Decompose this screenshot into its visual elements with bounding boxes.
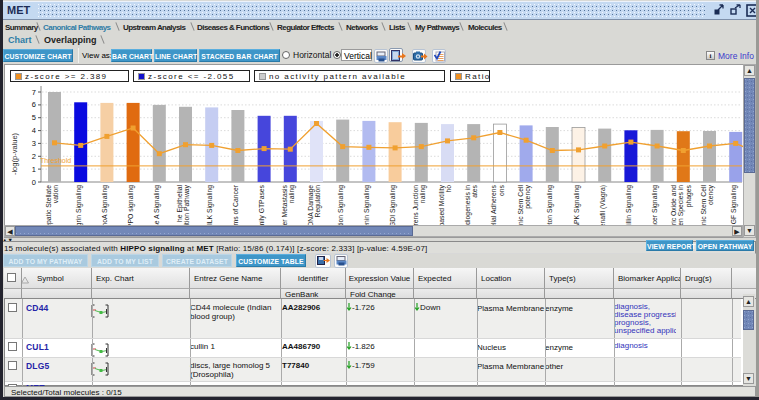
- svg-text:4: 4: [32, 126, 36, 135]
- svg-text:ncer Metastasis: ncer Metastasis: [281, 184, 288, 227]
- svg-text:HIPPO signaling: HIPPO signaling: [127, 185, 135, 227]
- svg-text:3: 3: [32, 139, 36, 148]
- svg-text:RhoA Signaling: RhoA Signaling: [101, 185, 109, 227]
- svg-text:helial Adherens: helial Adherens: [490, 184, 497, 227]
- svg-text:ons: ons: [498, 184, 505, 196]
- svg-text:denafil (Viagra): denafil (Viagra): [599, 185, 607, 227]
- svg-text:MAPK Signaling: MAPK Signaling: [573, 185, 581, 227]
- svg-text:nisms of Cancer: nisms of Cancer: [232, 184, 239, 227]
- svg-text:naling: naling: [419, 185, 427, 203]
- svg-text:nsition Pathway: nsition Pathway: [183, 184, 191, 227]
- svg-text:erens Junction: erens Junction: [412, 185, 419, 227]
- svg-text:phages: phages: [685, 184, 693, 207]
- svg-text:hoGDI Signaling: hoGDI Signaling: [389, 185, 397, 227]
- svg-text:6: 6: [32, 100, 36, 109]
- svg-text:0: 0: [32, 178, 36, 187]
- svg-text:itric Oxide and: itric Oxide and: [670, 185, 677, 227]
- svg-text:ction Signaling: ction Signaling: [337, 185, 345, 227]
- svg-text:otency: otency: [707, 184, 715, 205]
- svg-text:2: 2: [32, 152, 36, 161]
- svg-text:-log(p-value): -log(p-value): [10, 132, 19, 175]
- svg-text:eleton Signaling: eleton Signaling: [546, 185, 554, 227]
- svg-text:HGF Signaling: HGF Signaling: [730, 185, 738, 227]
- svg-text:tenin Signaling: tenin Signaling: [363, 185, 371, 227]
- svg-text:ates: ates: [471, 184, 478, 197]
- svg-text:Family GTPases: Family GTPases: [258, 184, 266, 227]
- svg-text:vation: vation: [52, 185, 59, 203]
- svg-text:potency: potency: [524, 184, 532, 208]
- svg-text:axillin Signaling: axillin Signaling: [625, 185, 633, 227]
- svg-text:5: 5: [32, 113, 36, 122]
- svg-text:naling: naling: [288, 185, 296, 203]
- svg-text:ILK Signaling: ILK Signaling: [206, 185, 214, 225]
- svg-text:tegrin Signaling: tegrin Signaling: [75, 185, 83, 227]
- svg-text:1: 1: [32, 165, 36, 174]
- svg-text:ho: ho: [445, 185, 452, 193]
- svg-text:7: 7: [32, 88, 36, 97]
- svg-text:Threshold: Threshold: [40, 157, 71, 164]
- svg-text:Regulation: Regulation: [314, 185, 322, 218]
- svg-text:ancer Signaling: ancer Signaling: [651, 185, 659, 227]
- svg-text:ase A Signaling: ase A Signaling: [153, 185, 161, 227]
